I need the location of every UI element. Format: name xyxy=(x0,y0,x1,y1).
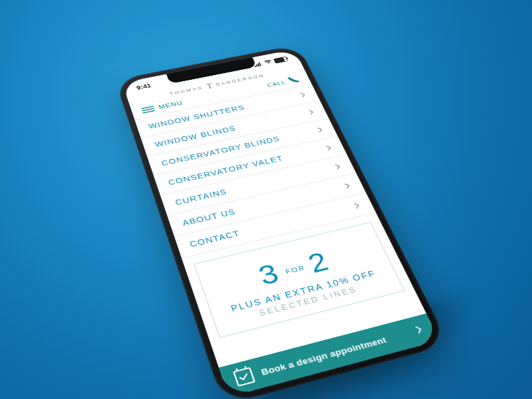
call-label: CALL xyxy=(267,80,287,88)
promo-number-b: 2 xyxy=(303,245,335,279)
phone-icon xyxy=(287,75,301,85)
promo-line3: SELECTED LINES xyxy=(219,276,396,328)
wifi-icon xyxy=(263,59,274,66)
nav-label: CURTAINS xyxy=(174,188,228,207)
hamburger-icon xyxy=(141,104,156,114)
promo-for: FOR xyxy=(285,264,307,275)
phone-screen: 9:41 THOMAS T SAN xyxy=(122,49,440,397)
stage-background: 9:41 THOMAS T SAN xyxy=(0,0,532,399)
nav-item-contact[interactable]: CONTACT xyxy=(174,193,376,259)
battery-icon xyxy=(273,57,288,64)
promo-headline: 3 FOR 2 xyxy=(203,233,386,305)
promo-line2: PLUS AN EXTRA 10% OFF xyxy=(214,265,391,317)
status-time: 9:41 xyxy=(136,82,152,91)
phone-mockup: 9:41 THOMAS T SAN xyxy=(115,45,450,399)
promo-number-a: 3 xyxy=(254,257,286,292)
chevron-right-icon xyxy=(353,202,361,209)
promo-banner[interactable]: 3 FOR 2 PLUS AN EXTRA 10% OFF SELECTED L… xyxy=(194,222,404,338)
chevron-right-icon xyxy=(300,92,307,98)
brand-monogram: T xyxy=(204,82,215,90)
chevron-right-icon xyxy=(415,325,425,336)
chevron-right-icon xyxy=(317,126,324,132)
nav-label: ABOUT US xyxy=(181,207,237,227)
chevron-right-icon xyxy=(344,182,352,189)
nav-label: CONTACT xyxy=(189,229,241,249)
calendar-check-icon xyxy=(233,367,255,387)
chevron-right-icon xyxy=(325,144,332,151)
chevron-right-icon xyxy=(308,109,315,115)
phone-body: 9:41 THOMAS T SAN xyxy=(115,45,450,399)
chevron-right-icon xyxy=(334,163,342,170)
